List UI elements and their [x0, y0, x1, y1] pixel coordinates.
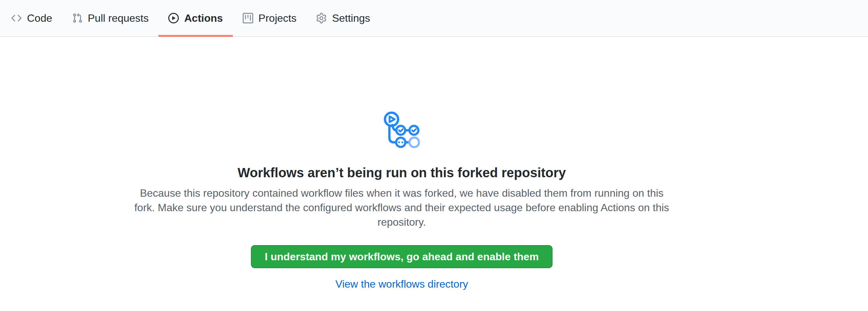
workflows-directory-link[interactable]: View the workflows directory: [335, 279, 468, 289]
tab-code[interactable]: Code: [1, 0, 62, 36]
project-icon: [243, 13, 253, 23]
actions-empty-state: Workflows aren’t being run on this forke…: [0, 37, 803, 289]
empty-state-heading: Workflows aren’t being run on this forke…: [238, 165, 566, 181]
tab-code-label: Code: [27, 13, 52, 23]
tab-actions-label: Actions: [184, 13, 223, 23]
play-icon: [168, 13, 179, 23]
code-icon: [11, 13, 22, 23]
empty-state-description: Because this repository contained workfl…: [132, 186, 672, 229]
gear-icon: [316, 13, 327, 23]
tab-actions[interactable]: Actions: [158, 0, 232, 36]
repo-nav: Code Pull requests Actions Projects Sett…: [0, 0, 868, 37]
tab-projects-label: Projects: [258, 13, 297, 23]
workflow-graph-icon: [383, 111, 420, 148]
tab-pull-requests-label: Pull requests: [88, 13, 149, 23]
tab-projects[interactable]: Projects: [233, 0, 307, 36]
enable-workflows-button[interactable]: I understand my workflows, go ahead and …: [251, 245, 553, 268]
tab-pull-requests[interactable]: Pull requests: [62, 0, 159, 36]
tab-settings-label: Settings: [332, 13, 370, 23]
tab-settings[interactable]: Settings: [306, 0, 380, 36]
git-pull-request-icon: [72, 13, 83, 23]
